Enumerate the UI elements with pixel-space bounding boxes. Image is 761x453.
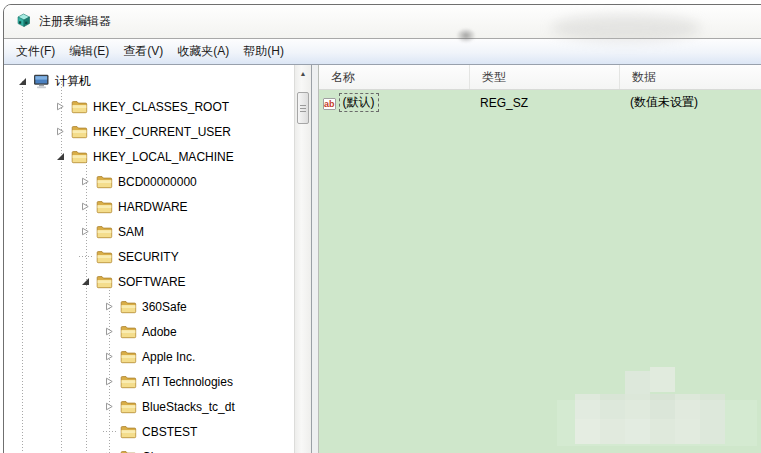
scroll-up-icon[interactable]: ▲	[295, 65, 311, 82]
tree-item[interactable]: 360Safe	[4, 294, 294, 319]
collapsed-arrow-icon[interactable]	[103, 350, 116, 363]
menu-bar: 文件(F)编辑(E)查看(V)收藏夹(A)帮助(H)	[4, 39, 761, 65]
value-row[interactable]: ab(默认)REG_SZ(数值未设置)	[319, 90, 761, 115]
tree-item-label: BCD00000000	[118, 175, 197, 189]
value-data: (数值未设置)	[620, 94, 761, 111]
collapsed-arrow-icon[interactable]	[79, 200, 92, 213]
folder-icon	[120, 374, 137, 389]
folder-icon	[96, 249, 113, 264]
string-value-icon: ab	[323, 96, 336, 110]
menu-item[interactable]: 帮助(H)	[236, 39, 291, 64]
folder-icon	[71, 149, 88, 164]
value-name: (默认)	[339, 93, 379, 112]
tree-scrollbar[interactable]: ▲	[294, 65, 311, 453]
folder-icon	[71, 124, 88, 139]
tree-rows: 计算机HKEY_CLASSES_ROOTHKEY_CURRENT_USERHKE…	[4, 65, 294, 453]
tree-item[interactable]: BlueStacks_tc_dt	[4, 394, 294, 419]
title-bar[interactable]: 注册表编辑器	[4, 5, 761, 39]
tree-item-label: SOFTWARE	[118, 275, 186, 289]
list-body: ab(默认)REG_SZ(数值未设置)	[319, 90, 761, 453]
collapsed-arrow-icon[interactable]	[79, 225, 92, 238]
registry-editor-icon	[14, 12, 32, 32]
tree-item[interactable]: 计算机	[4, 69, 294, 94]
expanded-arrow-icon[interactable]	[54, 150, 67, 163]
tree-item[interactable]: ATI Technologies	[4, 369, 294, 394]
values-pane: 名称类型数据 ab(默认)REG_SZ(数值未设置)	[318, 65, 761, 453]
tree-item-label: Apple Inc.	[142, 350, 195, 364]
folder-icon	[120, 299, 137, 314]
folder-icon	[96, 199, 113, 214]
mosaic-tile	[650, 367, 675, 392]
window-title: 注册表编辑器	[39, 13, 111, 30]
folder-icon	[120, 349, 137, 364]
collapsed-arrow-icon[interactable]	[103, 325, 116, 338]
tree-item-label: BlueStacks_tc_dt	[142, 400, 235, 414]
tree-item-label: Adobe	[142, 325, 177, 339]
tree-item-label: HKEY_CLASSES_ROOT	[93, 100, 229, 114]
column-header[interactable]: 类型	[470, 65, 620, 89]
collapsed-arrow-icon[interactable]	[54, 100, 67, 113]
tree-connector	[79, 256, 92, 257]
collapsed-arrow-icon[interactable]	[103, 375, 116, 388]
collapsed-arrow-icon[interactable]	[54, 125, 67, 138]
tree-connector	[103, 431, 116, 432]
folder-icon	[120, 324, 137, 339]
folder-icon	[96, 174, 113, 189]
tree-item[interactable]: HKEY_CURRENT_USER	[4, 119, 294, 144]
tree-item[interactable]: HKEY_LOCAL_MACHINE	[4, 144, 294, 169]
thumb-grip	[300, 105, 306, 112]
value-name-cell[interactable]: ab(默认)	[319, 93, 470, 112]
content-area: 计算机HKEY_CLASSES_ROOTHKEY_CURRENT_USERHKE…	[4, 65, 761, 453]
tree-item[interactable]: Apple Inc.	[4, 344, 294, 369]
computer-icon	[33, 74, 50, 89]
tree-item[interactable]: BCD00000000	[4, 169, 294, 194]
folder-icon	[71, 99, 88, 114]
folder-icon	[96, 224, 113, 239]
tree-item-label: SECURITY	[118, 250, 179, 264]
folder-icon	[120, 449, 137, 453]
screenshot-stage: 注册表编辑器 文件(F)编辑(E)查看(V)收藏夹(A)帮助(H) 计算机HKE…	[0, 0, 761, 453]
column-header[interactable]: 数据	[620, 65, 761, 89]
menu-item[interactable]: 查看(V)	[116, 39, 170, 64]
tree-item-label: 360Safe	[142, 300, 187, 314]
tree-item[interactable]: Cl	[4, 444, 294, 453]
menu-item[interactable]: 文件(F)	[9, 39, 62, 64]
tree-item[interactable]: HKEY_CLASSES_ROOT	[4, 94, 294, 119]
collapsed-arrow-icon[interactable]	[103, 300, 116, 313]
tree-item[interactable]: SOFTWARE	[4, 269, 294, 294]
folder-icon	[120, 399, 137, 414]
column-header[interactable]: 名称	[319, 65, 470, 89]
registry-editor-window: 注册表编辑器 文件(F)编辑(E)查看(V)收藏夹(A)帮助(H) 计算机HKE…	[3, 4, 761, 453]
blur-dot	[456, 28, 476, 43]
tree-item-label: 计算机	[55, 73, 91, 90]
menu-item[interactable]: 收藏夹(A)	[170, 39, 236, 64]
tree-item[interactable]: SAM	[4, 219, 294, 244]
value-type: REG_SZ	[470, 96, 620, 110]
mosaic-tile	[625, 371, 650, 396]
tree-item-label: HARDWARE	[118, 200, 188, 214]
registry-tree-pane: 计算机HKEY_CLASSES_ROOTHKEY_CURRENT_USERHKE…	[4, 65, 312, 453]
expanded-arrow-icon[interactable]	[79, 275, 92, 288]
tree-item[interactable]: Adobe	[4, 319, 294, 344]
expanded-arrow-icon[interactable]	[16, 75, 29, 88]
tree-item[interactable]: CBSTEST	[4, 419, 294, 444]
tree-item-label: SAM	[118, 225, 144, 239]
tree-item-label: Cl	[142, 450, 153, 453]
collapsed-arrow-icon[interactable]	[103, 400, 116, 413]
tree-item-label: CBSTEST	[142, 425, 197, 439]
blur-smudge	[551, 14, 701, 42]
collapsed-arrow-icon[interactable]	[79, 175, 92, 188]
tree-item-label: HKEY_CURRENT_USER	[93, 125, 231, 139]
scrollbar-thumb[interactable]	[297, 92, 309, 124]
tree-item[interactable]: HARDWARE	[4, 194, 294, 219]
censor-blur-band	[557, 400, 757, 446]
folder-icon	[120, 424, 137, 439]
tree-item[interactable]: SECURITY	[4, 244, 294, 269]
tree-item-label: HKEY_LOCAL_MACHINE	[93, 150, 234, 164]
tree-item-label: ATI Technologies	[142, 375, 233, 389]
menu-item[interactable]: 编辑(E)	[62, 39, 116, 64]
list-header: 名称类型数据	[319, 65, 761, 90]
folder-icon	[96, 274, 113, 289]
